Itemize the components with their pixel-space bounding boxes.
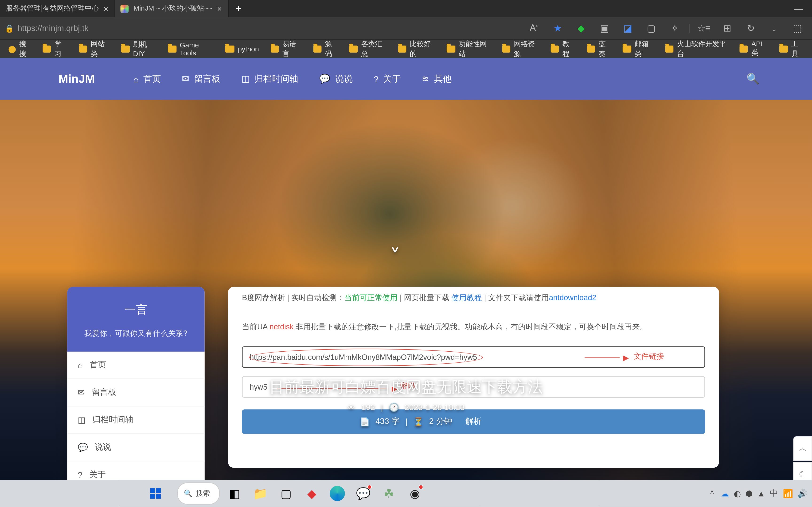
bookmark-label: 学习: [54, 39, 67, 59]
history-icon[interactable]: ↻: [741, 22, 761, 34]
nav-guestbook[interactable]: ✉留言板: [182, 73, 220, 84]
close-icon[interactable]: ×: [217, 4, 222, 13]
tray-app-icon[interactable]: ◐: [734, 489, 741, 498]
shield-icon[interactable]: ◆: [571, 22, 591, 34]
tray-app-icon[interactable]: ▲: [757, 489, 765, 498]
sidebar-item-archive[interactable]: ◫归档时间轴: [67, 406, 205, 434]
bookmark-folder[interactable]: 教程: [546, 37, 580, 61]
parse-button[interactable]: 解析: [242, 409, 705, 434]
bookmark-folder[interactable]: 蓝奏: [582, 37, 616, 61]
system-tray: ＾ ☁ ◐ ⬢ ▲ 中 📶 🔊: [708, 488, 807, 499]
bookmark-label: 邮箱类: [635, 39, 653, 59]
new-tab-button[interactable]: +: [229, 2, 249, 14]
bookmark-folder[interactable]: 源码: [308, 37, 342, 61]
task-view-button[interactable]: ◧: [223, 482, 246, 505]
wechat-app[interactable]: 💬: [352, 482, 374, 505]
start-button[interactable]: [145, 482, 167, 505]
close-icon[interactable]: ×: [104, 4, 108, 13]
explorer-app[interactable]: 📁: [249, 482, 271, 505]
extension-icon[interactable]: ✧: [665, 22, 684, 34]
ime-indicator[interactable]: 中: [770, 488, 778, 499]
app-icon[interactable]: ☘: [378, 482, 400, 505]
folder-icon: [551, 45, 559, 52]
onedrive-icon[interactable]: ☁: [721, 489, 729, 498]
antdownload-link[interactable]: antdownload2: [549, 293, 596, 302]
folder-icon: [225, 45, 235, 52]
nav-shuoshuo[interactable]: 💬说说: [319, 73, 353, 84]
sidebar-item-label: 说说: [95, 442, 111, 453]
bookmark-folder[interactable]: API类: [735, 38, 772, 60]
bookmark-folder[interactable]: 学习: [38, 37, 72, 61]
tab-server-admin[interactable]: 服务器管理|有益网络管理中心 ×: [0, 0, 115, 17]
tray-app-icon[interactable]: ⬢: [746, 489, 753, 498]
translate-icon[interactable]: ◪: [618, 22, 638, 34]
extensions-icon[interactable]: ⬚: [787, 22, 807, 34]
url-text[interactable]: https://minjm.qrbj.tk: [18, 23, 89, 33]
bookmark-label: 工具: [791, 39, 804, 59]
screenshot-icon[interactable]: ▢: [641, 22, 661, 34]
downloads-icon[interactable]: ↓: [764, 23, 784, 33]
bookmark-folder[interactable]: 易语言: [266, 37, 306, 61]
folder-icon: [502, 45, 510, 52]
bookmark-folder[interactable]: 功能性网站: [442, 37, 495, 61]
sidebar-item-shuoshuo[interactable]: 💬说说: [67, 434, 205, 461]
sidebar-item-guestbook[interactable]: ✉留言板: [67, 379, 205, 406]
nav-other[interactable]: ≋其他: [422, 73, 452, 84]
sidebar-item-home[interactable]: ⌂首页: [67, 352, 205, 379]
bookmark-folder[interactable]: python: [220, 43, 264, 55]
search-icon[interactable]: 🔍: [747, 72, 759, 86]
volume-icon[interactable]: 🔊: [798, 489, 807, 498]
bookmark-folder[interactable]: 邮箱类: [618, 37, 658, 61]
bookmark-folder[interactable]: 各类汇总: [345, 37, 391, 61]
bookmarks-bar: ⬤搜搜 学习 网站类 刷机DIY Game Tools python 易语言 源…: [0, 39, 812, 58]
nav-home[interactable]: ⌂首页: [134, 73, 161, 84]
svg-rect-2: [150, 494, 155, 499]
favorite-icon[interactable]: ★: [548, 22, 568, 34]
tab-minjm[interactable]: MinJM ~ 小玖的小破站~~ ×: [115, 0, 228, 17]
svg-rect-3: [156, 494, 161, 499]
bookmark-folder[interactable]: 比较好的: [393, 37, 440, 61]
chat-icon: 💬: [78, 443, 88, 452]
favorites-list-icon[interactable]: ☆≡: [694, 22, 714, 34]
site-brand[interactable]: MinJM: [58, 72, 95, 86]
bookmark-folder[interactable]: 网络资源: [497, 37, 544, 61]
bookmark-folder[interactable]: 火山软件开发平台: [660, 37, 732, 61]
tutorial-link[interactable]: 使用教程: [452, 293, 482, 302]
bookmark-folder[interactable]: Game Tools: [163, 39, 218, 59]
edge-app[interactable]: [326, 482, 349, 505]
sidebar-item-about[interactable]: ?关于: [67, 461, 205, 480]
archive-icon: ◫: [78, 415, 85, 425]
nav-archive[interactable]: ◫归档时间轴: [242, 73, 298, 84]
terminal-app[interactable]: ▢: [275, 482, 297, 505]
page-viewport: MinJM ⌂首页 ✉留言板 ◫归档时间轴 💬说说 ?关于 ≋其他 🔍 ˅ 目前…: [0, 58, 812, 480]
bookmark-label: python: [238, 45, 259, 53]
obs-app[interactable]: ◉: [404, 482, 426, 505]
chat-icon: 💬: [319, 74, 331, 84]
bookmark-label: 各类汇总: [361, 39, 386, 59]
notification-dot-icon: [367, 485, 372, 490]
tray-chevron-icon[interactable]: ＾: [708, 488, 716, 499]
folder-icon: [665, 45, 674, 52]
wifi-icon[interactable]: 📶: [783, 489, 793, 498]
media-icon[interactable]: ▣: [595, 22, 614, 34]
taskbar-search[interactable]: 🔍搜索: [177, 482, 220, 505]
bookmark-folder[interactable]: 工具: [775, 37, 808, 61]
chevron-down-icon[interactable]: ˅: [390, 245, 400, 270]
tab-title: MinJM ~ 小玖的小破站~~: [134, 3, 212, 13]
bookmark-folder[interactable]: ⬤搜搜: [4, 37, 36, 61]
sidebar-head-title: 一言: [77, 302, 195, 318]
hourglass-icon: ⏳: [413, 417, 423, 427]
collections-icon[interactable]: ⊞: [717, 22, 737, 34]
bookmark-folder[interactable]: 网站类: [74, 37, 114, 61]
bookmark-folder[interactable]: 刷机DIY: [116, 38, 161, 60]
app-icon[interactable]: ◆: [301, 482, 323, 505]
lock-icon[interactable]: 🔒: [5, 24, 14, 33]
svg-rect-1: [156, 488, 161, 493]
read-aloud-icon[interactable]: A»: [524, 23, 544, 33]
nav-about[interactable]: ?关于: [374, 73, 401, 84]
scroll-top-button[interactable]: ︿: [793, 436, 812, 461]
folder-icon: [740, 45, 748, 52]
theme-toggle-button[interactable]: ☾: [793, 462, 812, 480]
bookmark-label: Game Tools: [180, 41, 213, 57]
minimize-button[interactable]: —: [785, 3, 812, 14]
